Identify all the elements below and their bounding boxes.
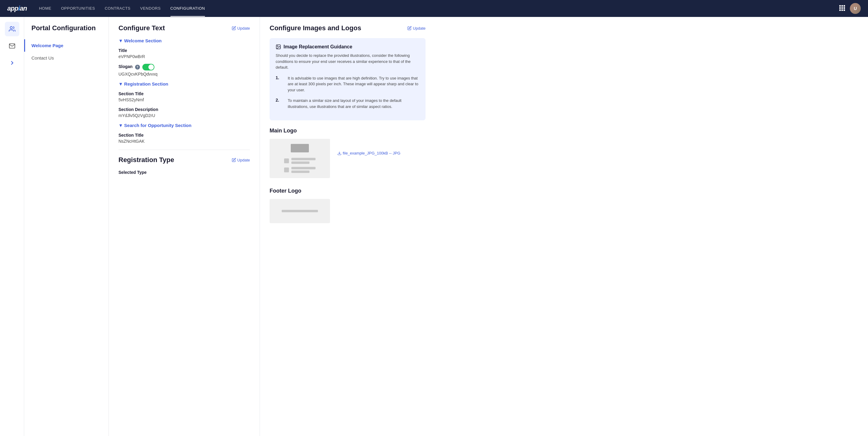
main-layout: Portal Configuration Welcome Page Contac… (0, 17, 868, 436)
svg-rect-5 (843, 7, 845, 9)
nav-home[interactable]: HOME (39, 1, 51, 17)
nav-opportunities[interactable]: OPPORTUNITIES (61, 1, 95, 17)
nav-right: U (839, 3, 861, 14)
title-field-value: eVPNP0wBrR (119, 54, 250, 59)
chevron-down-icon: ▼ (119, 38, 123, 43)
reg-type-header: Registration Type Update (119, 156, 250, 164)
reg-section-desc-value: mYdJlv5QzVgD2rU (119, 113, 250, 118)
download-icon (337, 151, 342, 155)
avatar[interactable]: U (850, 3, 861, 14)
svg-rect-2 (843, 5, 845, 7)
configure-images-title: Configure Images and Logos (270, 24, 361, 32)
guidance-text-1: It is advisable to use images that are h… (288, 75, 420, 93)
chevron-down-icon-2: ▼ (119, 81, 123, 86)
svg-rect-8 (843, 9, 845, 11)
configure-text-title: Configure Text (119, 24, 165, 32)
guidance-num-2: 2. (276, 98, 283, 103)
sidebar-item-welcome-page[interactable]: Welcome Page (24, 39, 108, 52)
footer-logo-preview (270, 199, 330, 223)
title-field-label: Title (119, 48, 250, 53)
configure-images-header: Configure Images and Logos Update (270, 24, 426, 32)
search-section-title-label: Section Title (119, 133, 250, 138)
grid-icon[interactable] (839, 5, 845, 12)
people-icon-btn[interactable] (5, 22, 19, 36)
main-content: Configure Text Update ▼ Welcome Section … (109, 17, 868, 436)
reg-type-title: Registration Type (119, 156, 174, 164)
guidance-description: Should you decide to replace the provide… (276, 53, 420, 70)
chevron-right-icon-btn[interactable] (5, 56, 19, 70)
divider (119, 150, 250, 150)
nav-contracts[interactable]: CONTRACTS (104, 1, 130, 17)
app-logo[interactable]: appian (7, 4, 27, 12)
reg-section-title-value: 5vHSS2yNmf (119, 97, 250, 102)
configure-text-update-link[interactable]: Update (232, 26, 250, 31)
svg-rect-4 (841, 7, 843, 9)
selected-type-label: Selected Type (119, 170, 250, 175)
configure-text-panel: Configure Text Update ▼ Welcome Section … (109, 17, 260, 436)
image-icon (276, 44, 281, 50)
slogan-toggle[interactable] (142, 64, 154, 70)
slogan-field-row: Slogan ? (119, 64, 250, 70)
guidance-item-2: 2. To maintain a similar size and layout… (276, 98, 420, 110)
edit-icon (232, 26, 236, 30)
configure-images-update-link[interactable]: Update (407, 26, 426, 31)
nav-configuration[interactable]: CONFIGURATION (170, 1, 205, 17)
registration-section-header[interactable]: ▼ Registration Section (119, 81, 250, 86)
svg-point-11 (277, 46, 278, 46)
reg-section-desc-label: Section Description (119, 107, 250, 112)
slogan-help-icon[interactable]: ? (135, 65, 140, 69)
welcome-section-header[interactable]: ▼ Welcome Section (119, 38, 250, 43)
footer-logo-title: Footer Logo (270, 188, 426, 194)
reg-section-title-label: Section Title (119, 91, 250, 96)
main-logo-area: file_example_JPG_100kB -- JPG (270, 139, 426, 180)
guidance-title: Image Replacement Guidance (276, 44, 420, 50)
configure-text-header: Configure Text Update (119, 24, 250, 32)
content-sidebar: Portal Configuration Welcome Page Contac… (24, 17, 109, 436)
svg-rect-6 (839, 9, 841, 11)
search-section-header[interactable]: ▼ Search for Opportunity Section (119, 123, 250, 128)
slogan-field-value: UGXQcvKPbQdvvxq (119, 72, 250, 77)
configure-images-panel: Configure Images and Logos Update I (260, 17, 435, 436)
icon-sidebar (0, 17, 24, 436)
svg-rect-0 (839, 5, 841, 7)
edit-icon-2 (232, 158, 236, 162)
mail-icon-btn[interactable] (5, 39, 19, 53)
guidance-text-2: To maintain a similar size and layout of… (288, 98, 420, 110)
svg-rect-1 (841, 5, 843, 7)
svg-rect-3 (839, 7, 841, 9)
guidance-item-1: 1. It is advisable to use images that ar… (276, 75, 420, 93)
edit-icon-3 (407, 26, 412, 30)
svg-point-9 (10, 27, 12, 29)
main-logo-file-link[interactable]: file_example_JPG_100kB -- JPG (337, 151, 400, 155)
main-logo-preview (270, 139, 330, 178)
reg-type-update-link[interactable]: Update (232, 158, 250, 163)
main-logo-title: Main Logo (270, 127, 426, 134)
sidebar-item-contact-us[interactable]: Contact Us (24, 52, 108, 64)
svg-rect-7 (841, 9, 843, 11)
chevron-down-icon-3: ▼ (119, 123, 123, 128)
search-section-title-value: NsZNcHtGAK (119, 139, 250, 144)
nav-vendors[interactable]: VENDORS (140, 1, 161, 17)
nav-links: HOME OPPORTUNITIES CONTRACTS VENDORS CON… (39, 1, 839, 17)
guidance-num-1: 1. (276, 75, 283, 80)
top-nav: appian HOME OPPORTUNITIES CONTRACTS VEND… (0, 0, 868, 17)
sidebar-title: Portal Configuration (24, 24, 108, 39)
guidance-box: Image Replacement Guidance Should you de… (270, 38, 426, 120)
slogan-field-label: Slogan (119, 64, 133, 69)
